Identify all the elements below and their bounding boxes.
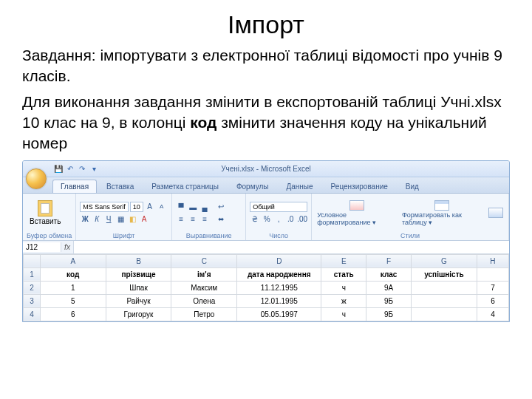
header-row[interactable]: 1 код прізвище ім'я дата народження стат… (24, 267, 509, 281)
tab-view[interactable]: Вид (398, 180, 427, 193)
underline-button[interactable]: Ч (103, 214, 114, 225)
tab-insert[interactable]: Вставка (98, 180, 142, 193)
cell-styles-button[interactable] (487, 206, 505, 220)
comma-icon[interactable]: , (273, 214, 284, 225)
percent-icon[interactable]: % (262, 214, 272, 225)
currency-icon[interactable]: ₴ (250, 214, 260, 225)
ribbon: Вставить Буфер обмена MS Sans Serif 10 A… (23, 194, 509, 241)
cond-format-icon (349, 200, 364, 211)
font-name-select[interactable]: MS Sans Serif (80, 202, 129, 212)
italic-button[interactable]: К (92, 214, 102, 225)
border-button[interactable]: ▦ (115, 214, 126, 225)
table-row[interactable]: 4 6 Григорук Петро 05.05.1997 ч 9Б 4 (24, 307, 509, 321)
col-D[interactable]: D (237, 254, 321, 267)
wrap-text-button[interactable]: ↩ (216, 202, 226, 212)
format-as-table-button[interactable]: Форматировать как таблицу ▾ (400, 199, 484, 228)
ribbon-tabs: Главная Вставка Разметка страницы Формул… (23, 177, 509, 194)
group-clipboard-label: Буфер обмена (27, 232, 72, 239)
excel-window: 💾 ↶ ↷ ▾ Учені.xlsx - Microsoft Excel Гла… (22, 160, 510, 322)
cell-style-icon (488, 208, 503, 218)
col-B[interactable]: B (106, 254, 171, 267)
col-C[interactable]: C (171, 254, 237, 267)
align-top-icon[interactable]: ▀ (176, 202, 186, 212)
inc-decimal-icon[interactable]: .0 (285, 214, 296, 225)
increase-font-icon[interactable]: A (145, 202, 155, 212)
titlebar: 💾 ↶ ↷ ▾ Учені.xlsx - Microsoft Excel (23, 161, 509, 177)
font-size-select[interactable]: 10 (130, 202, 143, 212)
align-bottom-icon[interactable]: ▄ (200, 202, 210, 212)
tab-review[interactable]: Рецензирование (323, 180, 396, 193)
clipboard-icon (38, 200, 52, 216)
table-row[interactable]: 2 1 Шпак Максим 11.12.1995 ч 9А 7 (24, 281, 509, 294)
col-E[interactable]: E (321, 254, 366, 267)
align-middle-icon[interactable]: ▬ (188, 202, 198, 212)
name-box[interactable]: J12 (23, 242, 61, 252)
dec-decimal-icon[interactable]: .00 (297, 214, 307, 225)
tab-data[interactable]: Данные (278, 180, 321, 193)
task-paragraph-2: Для виконання завдання змінити в експорт… (22, 92, 510, 154)
align-left-icon[interactable]: ≡ (176, 214, 186, 224)
decrease-font-icon[interactable]: A (157, 202, 167, 212)
col-F[interactable]: F (366, 254, 412, 267)
select-all-corner[interactable] (24, 254, 41, 267)
fill-color-button[interactable]: ◧ (127, 214, 137, 225)
col-A[interactable]: A (40, 254, 106, 267)
window-title: Учені.xlsx - Microsoft Excel (23, 165, 509, 173)
task-paragraph-1: Завдання: імпортувати з електронної табл… (22, 45, 510, 87)
formula-bar: J12 fx (23, 241, 509, 254)
bold-button[interactable]: Ж (80, 214, 90, 225)
table-row[interactable]: 3 5 Райчук Олена 12.01.1995 ж 9Б 6 (24, 294, 509, 307)
col-H[interactable]: H (477, 254, 508, 267)
formula-input[interactable] (73, 241, 509, 253)
font-color-button[interactable]: A (139, 214, 149, 225)
tab-formulas[interactable]: Формулы (228, 180, 277, 193)
group-number-label: Число (250, 232, 307, 239)
align-right-icon[interactable]: ≡ (200, 214, 210, 224)
tab-layout[interactable]: Разметка страницы (143, 180, 227, 193)
spreadsheet-grid[interactable]: A B C D E F G H 1 код прізвище ім'я дата… (23, 254, 509, 321)
tab-home[interactable]: Главная (52, 180, 97, 193)
group-font-label: Шрифт (80, 232, 168, 239)
conditional-format-button[interactable]: Условное форматирование ▾ (316, 199, 398, 228)
fx-icon[interactable]: fx (61, 243, 73, 251)
table-format-icon (434, 200, 449, 211)
group-alignment-label: Выравнивание (176, 232, 242, 239)
col-G[interactable]: G (412, 254, 477, 267)
number-format-select[interactable]: Общий (250, 202, 307, 212)
merge-button[interactable]: ⬌ (216, 214, 226, 225)
paste-button[interactable]: Вставить (27, 199, 64, 227)
page-title: Імпорт (22, 10, 510, 39)
align-center-icon[interactable]: ≡ (188, 214, 198, 224)
group-styles-label: Стили (316, 232, 505, 239)
